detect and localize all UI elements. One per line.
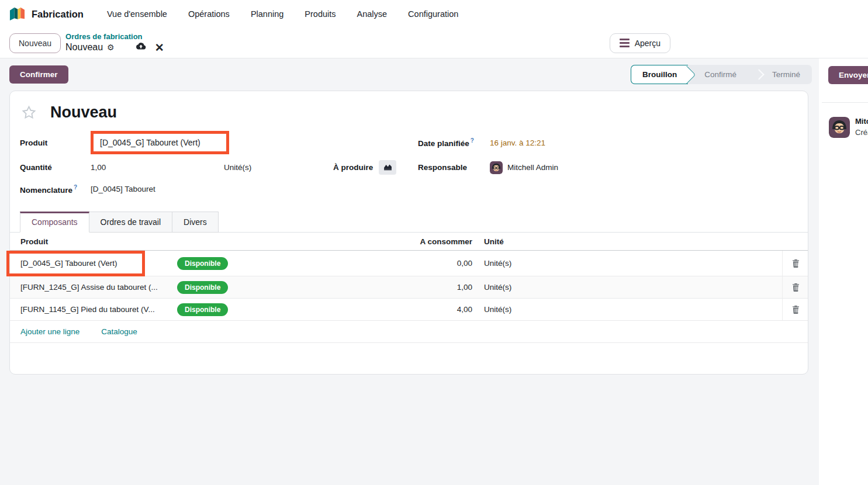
user-avatar bbox=[490, 161, 503, 174]
add-line-link[interactable]: Ajouter une ligne bbox=[20, 327, 79, 336]
notebook-tabs: Composants Ordres de travail Divers bbox=[10, 212, 808, 233]
top-navbar: Fabrication Vue d'ensemble Opérations Pl… bbox=[0, 0, 868, 28]
table-header-row: Produit A consommer Unité bbox=[10, 233, 808, 251]
table-row[interactable]: [FURN_1145_G] Pied du tabouret (V... Dis… bbox=[10, 299, 808, 321]
manufacturing-order-form: Nouveau Produit [D_0045_G] Tabouret (Ver… bbox=[9, 91, 808, 375]
chatter-message-text: Création bbox=[855, 128, 868, 137]
send-message-button[interactable]: Envoyer message bbox=[828, 66, 868, 84]
preview-button[interactable]: Aperçu bbox=[610, 33, 670, 53]
components-table: Produit A consommer Unité [D_0045_G] Tab… bbox=[10, 233, 808, 374]
control-panel: Nouveau Ordres de fabrication Nouveau ⚙ … bbox=[0, 28, 868, 58]
catalogue-link[interactable]: Catalogue bbox=[101, 327, 137, 336]
product-cell[interactable]: [FURN_1145_G] Pied du tabouret (V... bbox=[10, 305, 171, 314]
bom-field[interactable]: [D_0045] Tabouret bbox=[91, 185, 155, 193]
settings-gear-icon[interactable]: ⚙ bbox=[107, 43, 115, 52]
delete-row-button[interactable] bbox=[782, 299, 808, 320]
forecast-button[interactable] bbox=[379, 160, 396, 175]
col-header-product[interactable]: Produit bbox=[10, 237, 171, 246]
step-confirme[interactable]: Confirmé bbox=[688, 65, 748, 84]
chatter-divider bbox=[822, 102, 868, 103]
to-consume-cell[interactable]: 0,00 bbox=[411, 259, 478, 268]
availability-badge: Disponible bbox=[177, 303, 228, 316]
planned-date-label: Date planifiée? bbox=[418, 137, 490, 148]
new-button[interactable]: Nouveau bbox=[9, 33, 61, 53]
col-header-uom[interactable]: Unité bbox=[478, 237, 782, 246]
product-label: Produit bbox=[20, 138, 91, 147]
product-field[interactable]: [D_0045_G] Tabouret (Vert) bbox=[100, 138, 200, 147]
odoo-manufacturing-logo-icon bbox=[8, 5, 26, 23]
breadcrumb: Ordres de fabrication Nouveau ⚙ ✕ bbox=[65, 33, 164, 53]
cloud-save-icon[interactable] bbox=[136, 42, 146, 53]
brand[interactable]: Fabrication bbox=[8, 5, 84, 23]
quantity-field[interactable]: 1,00 bbox=[91, 163, 224, 172]
availability-badge: Disponible bbox=[177, 257, 228, 270]
to-produce-label: À produire bbox=[333, 163, 373, 172]
highlight-annotation-product: [D_0045_G] Tabouret (Vert) bbox=[91, 131, 229, 154]
chatter-message[interactable]: Mitchell Admin Création bbox=[819, 117, 868, 138]
uom-cell[interactable]: Unité(s) bbox=[478, 259, 782, 268]
tab-composants[interactable]: Composants bbox=[20, 212, 89, 233]
delete-row-button[interactable] bbox=[782, 251, 808, 276]
product-cell[interactable]: [FURN_1245_G] Assise du tabouret (... bbox=[10, 283, 171, 292]
form-view-area: Confirmer Brouillon Confirmé Terminé Nou… bbox=[0, 58, 819, 485]
status-steps: Brouillon Confirmé Terminé bbox=[631, 65, 812, 84]
tab-ordres-de-travail[interactable]: Ordres de travail bbox=[89, 212, 172, 233]
uom-field[interactable]: Unité(s) bbox=[224, 163, 333, 172]
breadcrumb-parent-link[interactable]: Ordres de fabrication bbox=[65, 33, 164, 41]
product-cell[interactable]: [D_0045_G] Tabouret (Vert) bbox=[10, 259, 171, 268]
trash-icon bbox=[792, 259, 800, 268]
trash-icon bbox=[792, 306, 800, 314]
nav-menu-configuration[interactable]: Configuration bbox=[397, 6, 469, 22]
nav-menu-overview[interactable]: Vue d'ensemble bbox=[96, 6, 178, 22]
discard-changes-icon[interactable]: ✕ bbox=[155, 42, 164, 53]
chatter-author: Mitchell Admin bbox=[855, 117, 868, 126]
help-question-icon: ? bbox=[471, 137, 474, 144]
trash-icon bbox=[792, 283, 800, 292]
bom-label: Nomenclature? bbox=[20, 184, 91, 195]
to-consume-cell[interactable]: 4,00 bbox=[411, 305, 478, 314]
nav-menu: Vue d'ensemble Opérations Planning Produ… bbox=[96, 6, 469, 22]
to-consume-cell[interactable]: 1,00 bbox=[411, 283, 478, 292]
availability-badge: Disponible bbox=[177, 281, 228, 294]
breadcrumb-current: Nouveau bbox=[65, 42, 103, 53]
hamburger-icon bbox=[620, 39, 630, 47]
area-chart-icon bbox=[383, 163, 392, 172]
responsible-field[interactable]: Mitchell Admin bbox=[490, 161, 558, 174]
step-brouillon[interactable]: Brouillon bbox=[631, 65, 688, 84]
preview-button-label: Aperçu bbox=[635, 39, 660, 48]
uom-cell[interactable]: Unité(s) bbox=[478, 305, 782, 314]
quantity-label: Quantité bbox=[20, 163, 91, 172]
step-termine[interactable]: Terminé bbox=[748, 65, 812, 84]
page-title[interactable]: Nouveau bbox=[50, 103, 117, 122]
responsible-name: Mitchell Admin bbox=[507, 163, 558, 172]
chatter-panel: Envoyer message Mitchell Admin Création bbox=[819, 58, 868, 485]
table-row[interactable]: [D_0045_G] Tabouret (Vert) Disponible 0,… bbox=[10, 251, 808, 276]
nav-menu-analysis[interactable]: Analyse bbox=[347, 6, 398, 22]
delete-row-button[interactable] bbox=[782, 276, 808, 298]
col-header-to-consume[interactable]: A consommer bbox=[411, 237, 478, 246]
app-name: Fabrication bbox=[32, 9, 84, 20]
tab-divers[interactable]: Divers bbox=[172, 212, 219, 233]
favorite-star-icon[interactable] bbox=[21, 105, 37, 120]
nav-menu-products[interactable]: Produits bbox=[294, 6, 346, 22]
statusbar: Confirmer Brouillon Confirmé Terminé bbox=[0, 58, 819, 91]
help-question-icon: ? bbox=[74, 184, 77, 190]
table-row[interactable]: [FURN_1245_G] Assise du tabouret (... Di… bbox=[10, 276, 808, 299]
chatter-avatar bbox=[829, 117, 850, 138]
nav-menu-operations[interactable]: Opérations bbox=[178, 6, 240, 22]
planned-date-field[interactable]: 16 janv. à 12:21 bbox=[490, 138, 545, 147]
uom-cell[interactable]: Unité(s) bbox=[478, 283, 782, 292]
responsible-label: Responsable bbox=[418, 163, 490, 172]
nav-menu-planning[interactable]: Planning bbox=[240, 6, 294, 22]
confirm-button[interactable]: Confirmer bbox=[9, 65, 68, 84]
